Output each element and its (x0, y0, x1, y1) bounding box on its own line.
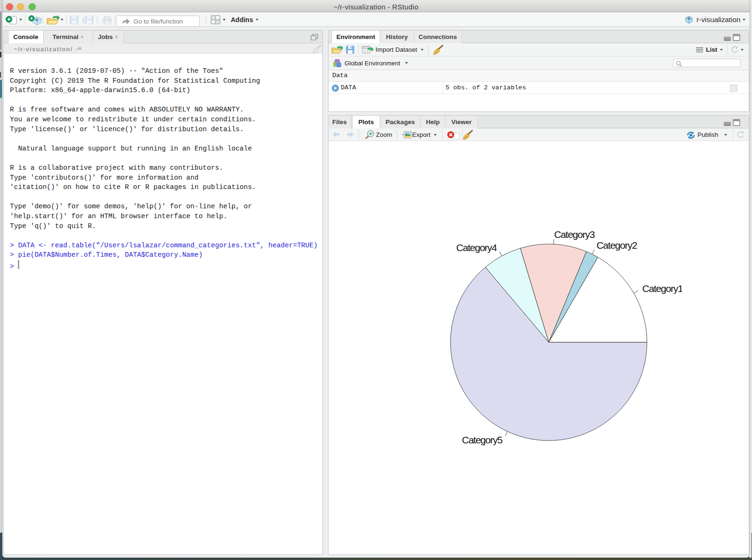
svg-text:Category1: Category1 (642, 283, 682, 294)
svg-text:R: R (35, 17, 39, 22)
svg-text:R: R (688, 16, 690, 21)
svg-text:Category2: Category2 (596, 240, 637, 251)
svg-text:Category3: Category3 (554, 229, 595, 240)
svg-text:Category4: Category4 (456, 242, 497, 253)
svg-text:Category5: Category5 (462, 434, 503, 445)
